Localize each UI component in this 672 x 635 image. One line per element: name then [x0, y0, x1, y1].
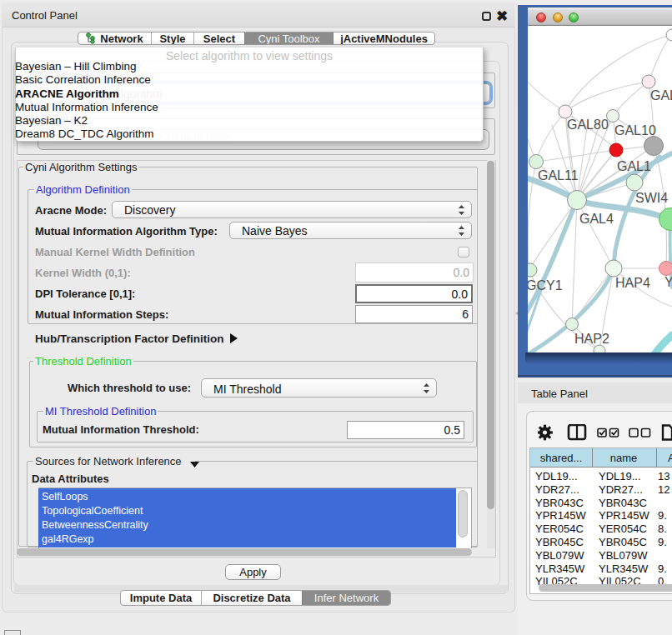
- svg-text:SWI4: SWI4: [635, 191, 668, 205]
- svg-text:Y: Y: [664, 275, 672, 289]
- svg-text:GAL: GAL: [650, 88, 672, 102]
- svg-text:HAP2: HAP2: [574, 332, 609, 346]
- svg-text:GAL80: GAL80: [567, 118, 609, 132]
- svg-text:GCY1: GCY1: [528, 278, 563, 292]
- svg-text:GAL1: GAL1: [617, 159, 651, 173]
- svg-text:GAL10: GAL10: [614, 123, 656, 138]
- svg-text:GAL11: GAL11: [538, 168, 579, 182]
- svg-text:HAP4: HAP4: [615, 276, 650, 290]
- svg-text:GAL4: GAL4: [579, 212, 614, 226]
